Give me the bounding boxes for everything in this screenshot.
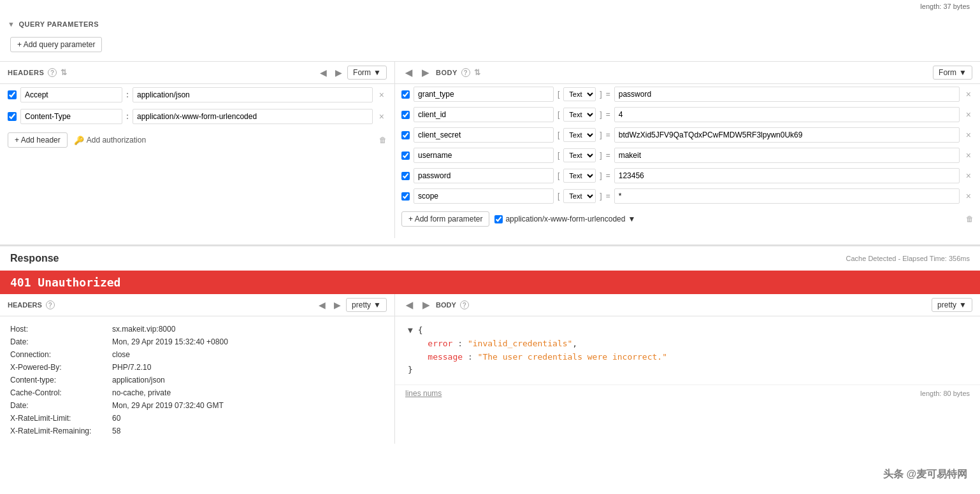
body-row-0-value[interactable] [614,87,960,102]
response-length-info: length: 80 bytes [920,390,970,397]
body-trash-icon[interactable]: 🗑 [966,215,974,223]
body-panel-header: ◀ ▶ BODY ? ⇅ Form ▼ [395,62,980,84]
content-type-check: application/x-www-form-urlencoded ▼ [494,215,635,223]
headers-form-dropdown[interactable]: Form ▼ [347,66,387,80]
body-dropdown-arrow: ▼ [959,68,967,77]
add-query-btn-row: + Add query parameter [0,32,980,57]
json-open-brace: { [418,325,423,335]
response-headers-pretty-arrow: ▼ [373,300,381,309]
lines-nums-link[interactable]: lines nums [405,389,442,398]
top-bar: length: 37 bytes [0,0,980,13]
body-row-1-type[interactable]: Text [563,108,596,122]
response-body-collapse-left[interactable]: ◀ [403,299,415,311]
body-row-2-type[interactable]: Text [563,128,596,142]
body-row-4-close[interactable]: × [963,171,974,181]
query-params-header: ▼ QUERY PARAMETERS [0,17,980,32]
body-row-3-type[interactable]: Text [563,148,596,162]
body-row-5-key[interactable] [414,188,554,204]
resp-header-val-5: no-cache, private [112,388,171,397]
header-row-0-value[interactable] [133,87,373,102]
body-sort-icon[interactable]: ⇅ [474,68,481,77]
body-row-1-value[interactable] [614,107,960,122]
response-headers-label: HEADERS [8,301,42,309]
body-row-5-type[interactable]: Text [563,189,596,203]
body-row-4-key[interactable] [414,168,554,183]
resp-header-val-2: close [112,350,130,359]
response-body-info-icon[interactable]: ? [460,300,469,309]
body-collapse-left-arrow[interactable]: ◀ [403,66,415,79]
headers-trash-icon[interactable]: 🗑 [379,136,387,145]
body-row-2-value[interactable] [614,127,960,143]
json-close-brace: } [408,365,413,374]
headers-sort-icon[interactable]: ⇅ [61,68,68,77]
body-row-5-checkbox[interactable] [401,192,410,201]
response-body-panel-header: ◀ ▶ BODY ? pretty ▼ [395,294,980,316]
header-row-0-close[interactable]: × [377,90,387,100]
body-info-icon[interactable]: ? [461,68,470,77]
body-row-3-close[interactable]: × [963,150,974,160]
body-row-2-close[interactable]: × [963,130,974,140]
response-headers-pretty-dropdown[interactable]: pretty ▼ [346,298,387,312]
body-row-5-close[interactable]: × [963,191,974,201]
response-headers-panel-header: HEADERS ? ◀ ▶ pretty ▼ [0,294,394,316]
response-headers-info-icon[interactable]: ? [46,300,55,309]
resp-header-key-0: Host: [10,325,112,334]
body-row-4-checkbox[interactable] [401,172,410,180]
header-row-0-checkbox[interactable] [8,90,17,99]
content-type-dropdown-arrow[interactable]: ▼ [628,215,635,223]
response-header: Response Cache Detected - Elapsed Time: … [0,246,980,271]
headers-label: HEADERS [8,69,44,76]
add-query-param-button[interactable]: + Add query parameter [10,37,102,52]
body-row-3-key[interactable] [414,148,554,163]
body-form-dropdown[interactable]: Form ▼ [933,66,972,80]
body-row-0-close[interactable]: × [963,89,974,99]
header-row-1-close[interactable]: × [377,111,387,122]
content-type-label: application/x-www-form-urlencoded [505,215,625,223]
json-colon-2: : [468,352,478,362]
response-headers-panel: HEADERS ? ◀ ▶ pretty ▼ Host: sx.makeit.v… [0,294,395,444]
add-header-button[interactable]: + Add header [8,132,68,148]
headers-panel: HEADERS ? ⇅ ◀ ▶ Form ▼ : × : [0,62,395,238]
resp-header-val-0: sx.makeit.vip:8000 [112,325,175,334]
header-row-1-key[interactable] [20,109,122,124]
header-row-1-checkbox[interactable] [8,112,17,121]
body-row-2-key[interactable] [414,127,554,143]
body-row-4-type[interactable]: Text [563,169,596,183]
body-row-4-value[interactable] [614,168,960,183]
header-row-1-value[interactable] [133,109,373,124]
body-row-1: [ Text ] = × [395,104,980,125]
body-row-1-close[interactable]: × [963,109,974,120]
body-row-5-value[interactable] [614,188,960,204]
response-headers-collapse-left[interactable]: ◀ [315,299,328,311]
body-row-2-checkbox[interactable] [401,131,410,139]
add-auth-link[interactable]: 🔑 Add authorization [74,136,146,145]
body-row-0-key[interactable] [414,87,554,102]
body-row-0-bracket-left: [ [558,90,559,99]
resp-header-val-6: Mon, 29 Apr 2019 07:32:40 GMT [112,401,224,410]
resp-header-key-8: X-RateLimit-Remaining: [10,427,112,435]
header-row-0-key[interactable] [20,87,122,102]
response-body-label-group: ◀ ▶ BODY ? [403,299,469,311]
body-label: BODY [436,69,458,76]
headers-info-icon[interactable]: ? [48,68,57,77]
body-row-3-checkbox[interactable] [401,152,410,160]
response-headers-collapse-right[interactable]: ▶ [331,299,343,311]
body-row-1-checkbox[interactable] [401,111,410,119]
response-body-collapse-right[interactable]: ▶ [419,299,432,311]
content-type-checkbox[interactable] [494,215,503,223]
body-row-1-key[interactable] [414,107,554,122]
body-row-3-value[interactable] [614,148,960,163]
body-row-0-type[interactable]: Text [563,87,596,101]
add-form-param-button[interactable]: + Add form parameter [401,211,489,227]
colon-sep-1: : [126,112,129,121]
headers-collapse-left-arrow[interactable]: ◀ [317,66,329,79]
resp-header-val-3: PHP/7.2.10 [112,363,151,372]
query-params-collapse-arrow[interactable]: ▼ [8,20,15,28]
body-row-0-checkbox[interactable] [401,90,410,99]
headers-collapse-right-arrow[interactable]: ▶ [332,66,345,79]
resp-header-row-2: Connection: close [10,348,384,361]
body-collapse-right-arrow[interactable]: ▶ [419,66,432,79]
response-body-pretty-dropdown[interactable]: pretty ▼ [932,298,972,312]
json-collapse-arrow[interactable]: ▼ [408,325,413,335]
length-info: length: 37 bytes [920,3,970,10]
